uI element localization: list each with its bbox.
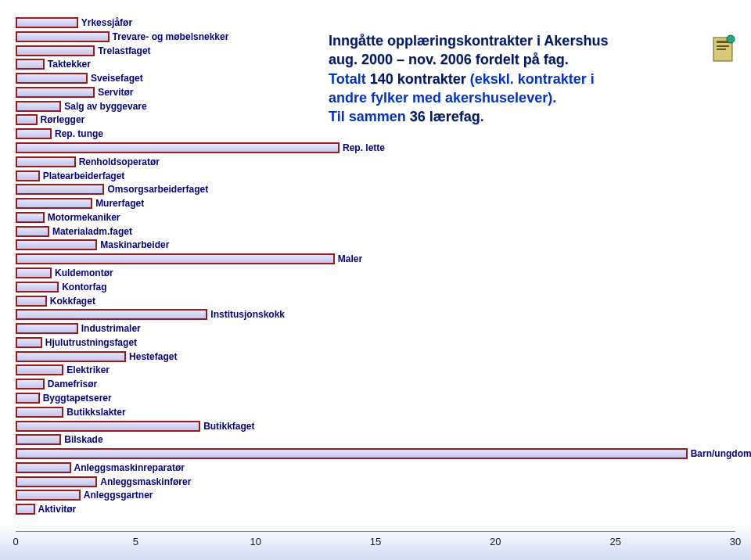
bar [16,59,45,70]
bar [16,504,35,515]
bar [16,73,88,84]
bar-label: Byggtapetserer [43,392,112,404]
x-tick: 25 [609,536,620,547]
bar [16,379,45,389]
bar-label: Anleggsgartner [84,489,153,501]
bar-label: Maskinarbeider [100,239,169,251]
bar-row: Maler [16,252,735,266]
chart-title: Inngåtte opplæringskontrakter i Akershus… [329,31,704,126]
bar-label: Anleggsmaskinfører [100,476,191,488]
bar [16,434,61,445]
bar-label: Damefrisør [48,378,97,390]
bar-row: Hjulutrustningsfaget [16,336,735,350]
x-tick: 30 [730,536,741,547]
bar-row: Industrimaler [16,321,735,336]
bar-row: Rep. lette [16,141,735,155]
x-axis-line [16,531,735,532]
bar-label: Platearbeiderfaget [43,170,125,182]
bar-row: Materialadm.faget [16,224,735,239]
bar-label: Rep. tunge [55,127,103,140]
x-tick: 10 [250,536,261,547]
bar-label: Omsorgsarbeiderfaget [107,183,208,196]
bar [16,253,335,264]
bar-row: Rep. tunge [16,127,735,141]
bar-label: Kokkfaget [50,295,95,307]
bar-row: Institusjonskokk [16,307,735,321]
bar [16,239,97,250]
bar [16,114,38,125]
bar-row: Butikkfaget [16,419,735,433]
bar-row: Motormekaniker [16,210,735,224]
bar-label: Industrimaler [81,322,141,335]
bar [16,337,42,348]
bar-label: Motormekaniker [48,211,120,224]
bar [16,476,97,487]
bar [16,351,126,362]
bar-row: Maskinarbeider [16,238,735,252]
bar-label: Taktekker [48,58,91,70]
bar-row: Hestefaget [16,350,735,364]
bar [16,267,52,278]
bar [16,462,71,473]
bar [16,296,47,307]
bar-label: Kuldemontør [55,267,113,279]
x-tick: 20 [490,536,501,547]
bar [16,309,207,320]
bar-row: Platearbeiderfaget [16,169,735,183]
bar-label: Servitør [98,86,133,99]
bar [16,323,78,334]
bar-label: Rørlegger [41,113,85,126]
bar-row: Anleggsmaskinreparatør [16,461,735,475]
bar [16,198,92,209]
bar-row: Elektriker [16,363,735,377]
x-tick: 0 [13,536,18,547]
bar-row: Bilskade [16,433,735,447]
bar-label: Sveisefaget [91,72,143,84]
bar-label: Aktivitør [38,503,77,515]
bar-label: Institusjonskokk [210,308,285,321]
bar-label: Maler [338,253,362,265]
bar-label: Trevare- og møbelsnekker [113,31,229,43]
x-tick: 5 [133,536,138,547]
bar-row: Renholdsoperatør [16,155,735,169]
bar-label: Butikkfaget [203,420,254,433]
bar-label: Butikkslakter [66,406,125,418]
bar [16,142,340,153]
bar-label: Elektriker [66,364,110,376]
bar-label: Materialadm.faget [52,225,132,238]
decorative-icon [709,31,737,66]
bar-row: Omsorgsarbeiderfaget [16,182,735,196]
bar-row: Yrkessjåfør [16,16,735,30]
bar-label: Yrkessjåfør [81,16,132,29]
bar-label: Renholdsoperatør [79,156,160,168]
bar-label: Anleggsmaskinreparatør [74,461,185,474]
bar-row: Anleggsmaskinfører [16,475,735,489]
bar-label: Kontorfag [62,281,106,293]
bar-row: Damefrisør [16,377,735,391]
bar-row: Byggtapetserer [16,391,735,405]
bar [16,421,200,432]
bar [16,87,95,98]
bar-row: Murerfaget [16,196,735,210]
bar [16,212,45,223]
bar [16,226,49,237]
bar-row: Kuldemontør [16,266,735,280]
bar-label: Salg av byggevare [64,100,146,113]
bar-row: Aktivitør [16,502,735,516]
bar [16,282,59,293]
svg-point-4 [727,35,735,43]
bar [16,393,40,404]
bar-label: Murerfaget [95,197,144,210]
bar [16,184,104,195]
bar [16,156,76,167]
bar [16,17,78,28]
bar-row: Butikkslakter [16,405,735,419]
bar-row: Kontorfag [16,280,735,294]
bar-label: Barn/ungdom [691,447,751,460]
svg-rect-3 [717,48,726,50]
bar [16,490,81,501]
bar [16,448,688,459]
bar-label: Bilskade [64,433,102,446]
svg-rect-2 [717,45,729,47]
bar [16,364,63,375]
